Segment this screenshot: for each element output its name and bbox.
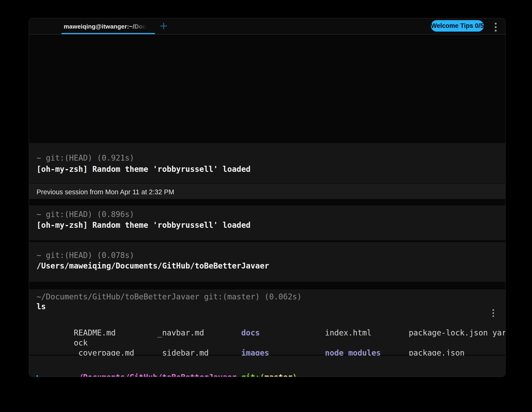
prompt-space [237, 373, 241, 377]
plus-icon [163, 23, 164, 29]
command-block-1[interactable]: ~ git:(HEAD) (0.921s) [oh-my-zsh] Random… [29, 143, 505, 184]
file-name: index.html [325, 328, 409, 337]
command-output: /Users/maweiqing/Documents/GitHub/toBeBe… [37, 261, 269, 271]
file-name: yarn.l [493, 328, 505, 337]
previous-session-text: Previous session from Mon Apr 11 at 2:32… [37, 187, 174, 197]
kebab-menu-icon [493, 309, 494, 311]
kebab-menu-icon [495, 30, 497, 32]
terminal-content: ~ git:(HEAD) (0.921s) [oh-my-zsh] Random… [29, 35, 505, 377]
new-tab-button[interactable] [160, 22, 167, 29]
welcome-tips-label: Welcome Tips 0/5 [431, 22, 484, 29]
prompt-line: ~ git:(HEAD) (0.896s) [37, 209, 134, 220]
command-text: ls [37, 301, 46, 312]
kebab-menu-icon [493, 312, 494, 314]
active-input-block[interactable]: ~/Documents/GitHub/toBeBetterJavaer git:… [29, 356, 505, 377]
file-name: _navbar.md [158, 328, 241, 337]
prompt-line: ~/Documents/GitHub/toBeBetterJavaer git:… [37, 291, 302, 302]
prompt-line: ~ git:(HEAD) (0.921s) [37, 153, 134, 163]
tab-title-fade [129, 22, 150, 31]
file-name: package-lock.json [408, 328, 493, 337]
kebab-menu-icon [495, 23, 497, 25]
command-block-2[interactable]: ~ git:(HEAD) (0.896s) [oh-my-zsh] Random… [29, 206, 505, 240]
git-branch: master [265, 373, 293, 377]
previous-session-banner: Previous session from Mon Apr 11 at 2:32… [29, 184, 505, 199]
kebab-menu-icon [493, 315, 494, 317]
git-prefix: git:( [241, 373, 264, 377]
git-suffix: ) [293, 373, 297, 377]
command-output: [oh-my-zsh] Random theme 'robbyrussell' … [37, 164, 251, 175]
ls-output-row-wrap: ock [37, 327, 88, 337]
command-block-3[interactable]: ~ git:(HEAD) (0.078s) /Users/maweiqing/D… [29, 242, 505, 282]
terminal-window: maweiqing@itwanger:~/Docum Welcome Tips … [29, 18, 505, 377]
kebab-menu-icon [495, 26, 497, 28]
welcome-tips-button[interactable]: Welcome Tips 0/5 [431, 20, 484, 32]
command-block-ls[interactable]: ~/Documents/GitHub/toBeBetterJavaer git:… [29, 289, 505, 355]
ls-output-row: README.md _navbar.md docs index.html pac… [37, 317, 505, 328]
window-menu-button[interactable] [494, 22, 497, 32]
active-tab-indicator [61, 33, 155, 34]
prompt-path: ~/Documents/GitHub/toBeBetterJavaer [74, 373, 237, 377]
tab-bar: maweiqing@itwanger:~/Docum Welcome Tips … [29, 18, 505, 34]
block-actions-menu-button[interactable] [492, 309, 494, 318]
tab-terminal-session[interactable]: maweiqing@itwanger:~/Docum [64, 22, 150, 31]
command-output: [oh-my-zsh] Random theme 'robbyrussell' … [37, 220, 251, 231]
prompt-line: ~ git:(HEAD) (0.078s) [37, 250, 134, 261]
ls-output-row: _coverpage.md _sidebar.md images node_mo… [37, 337, 465, 348]
terminal-cursor[interactable] [37, 375, 38, 377]
active-prompt-line: ~/Documents/GitHub/toBeBetterJavaer git:… [37, 361, 297, 372]
directory-name: docs [241, 328, 325, 337]
